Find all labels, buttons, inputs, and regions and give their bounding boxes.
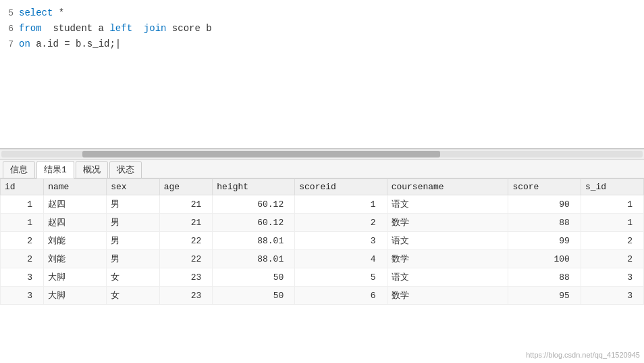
table-cell: 2	[1, 232, 44, 250]
table-cell: 赵四	[44, 214, 107, 232]
table-cell: 4	[295, 250, 387, 268]
table-cell: 1	[581, 214, 643, 232]
table-cell: 2	[581, 232, 643, 250]
table-cell: 赵四	[44, 195, 107, 214]
table-cell: 50	[213, 287, 295, 305]
table-cell: 22	[159, 250, 213, 268]
table-cell: 3	[581, 268, 643, 287]
results-table: id name sex age height scoreid coursenam…	[0, 178, 644, 305]
table-cell: 语文	[387, 195, 508, 214]
table-cell: 23	[159, 268, 213, 287]
col-height: height	[213, 179, 295, 195]
tab-overview[interactable]: 概况	[76, 161, 108, 178]
code-line-6: 6 from student a left join score b	[0, 21, 644, 37]
table-cell: 88.01	[213, 250, 295, 268]
code-rest-5: *	[53, 5, 64, 20]
horizontal-scrollbar[interactable]	[0, 149, 644, 160]
sql-editor[interactable]: 5 select * 6 from student a left join sc…	[0, 0, 644, 149]
table-cell: 95	[508, 287, 581, 305]
table-row: 2刘能男2288.014数学1002	[1, 250, 644, 268]
scrollbar-track	[1, 151, 643, 158]
table-cell: 88.01	[213, 232, 295, 250]
col-sex: sex	[107, 179, 160, 195]
table-cell: 1	[1, 195, 44, 214]
table-row: 2刘能男2288.013语文992	[1, 232, 644, 250]
keyword-on: on	[19, 37, 30, 51]
table-row: 3大脚女23506数学953	[1, 287, 644, 305]
table-cell: 5	[295, 268, 387, 287]
code-space-6b	[132, 21, 144, 36]
col-id: id	[1, 179, 44, 195]
table-cell: 3	[295, 232, 387, 250]
table-cell: 语文	[387, 232, 508, 250]
table-cell: 90	[508, 195, 581, 214]
line-number-6: 6	[3, 22, 19, 37]
keyword-left: left	[109, 21, 132, 36]
results-table-area[interactable]: id name sex age height scoreid coursenam…	[0, 178, 644, 363]
tabs-bar: 信息 结果1 概况 状态	[0, 160, 644, 178]
table-cell: 22	[159, 232, 213, 250]
table-cell: 88	[508, 268, 581, 287]
keyword-join: join	[144, 21, 167, 36]
table-cell: 60.12	[213, 195, 295, 214]
table-cell: 语文	[387, 268, 508, 287]
table-cell: 1	[581, 195, 643, 214]
table-cell: 1	[295, 195, 387, 214]
main-container: 5 select * 6 from student a left join sc…	[0, 0, 644, 363]
table-cell: 数学	[387, 214, 508, 232]
table-cell: 100	[508, 250, 581, 268]
table-cell: 6	[295, 287, 387, 305]
code-line-7: 7 on a.id = b.s_id;	[0, 37, 644, 52]
table-cell: 2	[581, 250, 643, 268]
watermark: https://blog.csdn.net/qq_41520945	[526, 351, 640, 359]
table-cell: 60.12	[213, 214, 295, 232]
scrollbar-thumb[interactable]	[82, 151, 440, 158]
col-coursename: coursename	[387, 179, 508, 195]
code-rest-7: a.id = b.s_id;	[30, 37, 121, 51]
col-score: score	[508, 179, 581, 195]
table-cell: 男	[107, 214, 160, 232]
table-row: 1赵四男2160.122数学881	[1, 214, 644, 232]
col-scoreid: scoreid	[295, 179, 387, 195]
col-s_id: s_id	[581, 179, 643, 195]
table-cell: 2	[1, 250, 44, 268]
tab-results[interactable]: 结果1	[36, 161, 74, 178]
table-cell: 3	[1, 287, 44, 305]
table-cell: 3	[1, 268, 44, 287]
table-cell: 大脚	[44, 268, 107, 287]
table-body: 1赵四男2160.121语文9011赵四男2160.122数学8812刘能男22…	[1, 195, 644, 305]
table-cell: 50	[213, 268, 295, 287]
table-cell: 大脚	[44, 287, 107, 305]
table-cell: 刘能	[44, 232, 107, 250]
table-cell: 3	[581, 287, 643, 305]
code-space-6a: student a	[42, 21, 110, 36]
code-rest-6: score b	[166, 21, 211, 36]
table-cell: 男	[107, 232, 160, 250]
table-cell: 21	[159, 214, 213, 232]
table-header-row: id name sex age height scoreid coursenam…	[1, 179, 644, 195]
keyword-select: select	[19, 5, 53, 20]
tab-status[interactable]: 状态	[109, 161, 142, 178]
table-cell: 23	[159, 287, 213, 305]
col-age: age	[159, 179, 213, 195]
bottom-panel: 信息 结果1 概况 状态 id name sex age height scor…	[0, 160, 644, 363]
table-cell: 女	[107, 287, 160, 305]
line-number-5: 5	[3, 6, 19, 21]
tab-info[interactable]: 信息	[3, 161, 35, 178]
table-cell: 99	[508, 232, 581, 250]
table-row: 3大脚女23505语文883	[1, 268, 644, 287]
keyword-from: from	[19, 21, 42, 36]
table-cell: 数学	[387, 287, 508, 305]
table-cell: 数学	[387, 250, 508, 268]
table-cell: 女	[107, 268, 160, 287]
col-name: name	[44, 179, 107, 195]
table-cell: 刘能	[44, 250, 107, 268]
line-number-7: 7	[3, 37, 19, 52]
code-line-5: 5 select *	[0, 5, 644, 21]
table-cell: 88	[508, 214, 581, 232]
table-cell: 2	[295, 214, 387, 232]
table-cell: 男	[107, 195, 160, 214]
table-row: 1赵四男2160.121语文901	[1, 195, 644, 214]
table-cell: 1	[1, 214, 44, 232]
table-cell: 21	[159, 195, 213, 214]
